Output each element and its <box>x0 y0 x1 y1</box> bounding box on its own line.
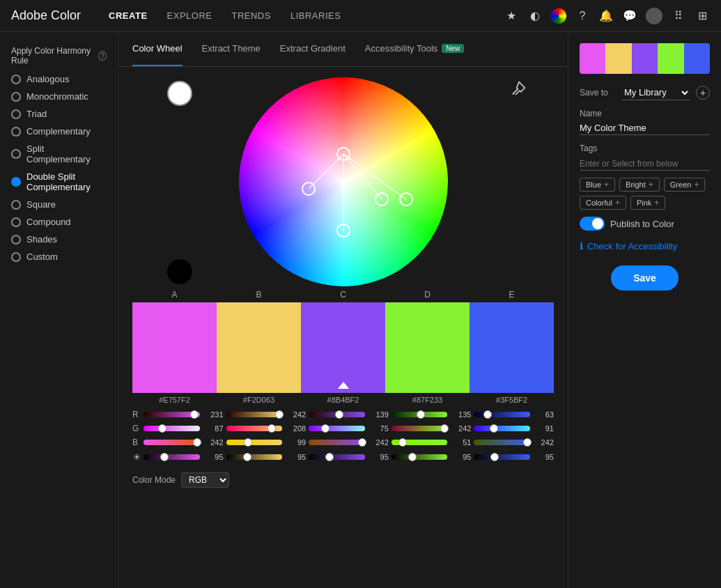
wheel-dot-a[interactable] <box>302 182 316 196</box>
color-icon[interactable] <box>551 8 566 24</box>
save-to-select[interactable]: My Library <box>621 85 690 100</box>
nav-explore[interactable]: EXPLORE <box>167 10 212 21</box>
harmony-square[interactable]: Square <box>11 199 107 210</box>
accessibility-row[interactable]: ℹ Check for Accessibility <box>580 240 710 252</box>
harmony-double-split[interactable]: Double Split Complementary <box>11 171 107 192</box>
slider-thumb-g-d[interactable] <box>440 424 449 433</box>
apps-icon[interactable]: ⊞ <box>695 8 710 24</box>
tab-extract-gradient[interactable]: Extract Gradient <box>280 32 346 66</box>
help-icon[interactable]: ? <box>575 8 590 24</box>
swatches-row <box>132 302 554 393</box>
slider-thumb-g-e[interactable] <box>490 424 498 433</box>
harmony-split-complementary[interactable]: Split Complementary <box>11 144 107 164</box>
save-button[interactable]: Save <box>611 265 679 291</box>
wheel-dot-d[interactable] <box>336 224 350 238</box>
wheel-dot-c[interactable] <box>375 192 389 206</box>
harmony-monochromatic[interactable]: Monochromatic <box>11 91 107 102</box>
slider-b-d[interactable] <box>391 440 448 445</box>
tag-green[interactable]: Green + <box>664 178 706 192</box>
slider-br-d[interactable] <box>391 454 448 460</box>
tags-input[interactable] <box>580 157 710 171</box>
swatch-label-a: A <box>132 290 217 300</box>
wheel-dot-e[interactable] <box>399 192 413 206</box>
slider-thumb-br-c[interactable] <box>325 453 334 461</box>
name-input[interactable] <box>580 121 710 135</box>
slider-br-c[interactable] <box>309 454 365 460</box>
swatch-d[interactable] <box>385 302 470 393</box>
slider-r-a[interactable] <box>144 412 200 417</box>
slider-thumb-g-b[interactable] <box>268 424 276 433</box>
slider-b-a[interactable] <box>144 440 200 445</box>
slider-r-d[interactable] <box>391 412 448 417</box>
wheel-dot-b[interactable] <box>336 147 350 161</box>
slider-thumb-br-d[interactable] <box>408 453 417 461</box>
color-wheel[interactable] <box>239 77 448 286</box>
add-library-button[interactable]: + <box>696 86 710 100</box>
slider-r-b[interactable] <box>226 412 283 417</box>
slider-thumb-r-c[interactable] <box>335 410 343 419</box>
moon-icon[interactable]: ◐ <box>527 8 543 24</box>
tag-pink[interactable]: Pink + <box>630 196 665 210</box>
slider-thumb-g-a[interactable] <box>158 424 166 433</box>
tag-bright[interactable]: Bright + <box>619 178 660 192</box>
slider-thumb-b-c[interactable] <box>358 438 366 447</box>
harmony-help-icon[interactable]: ? <box>98 51 107 61</box>
chat-icon[interactable]: 💬 <box>622 8 637 24</box>
slider-thumb-b-a[interactable] <box>193 438 201 447</box>
g-label: G <box>132 424 141 433</box>
swatch-e[interactable] <box>470 302 554 393</box>
harmony-complementary[interactable]: Complementary <box>11 126 107 137</box>
star-icon[interactable]: ★ <box>504 8 519 24</box>
grid-icon[interactable]: ⠿ <box>671 8 686 24</box>
harmony-triad[interactable]: Triad <box>11 109 107 119</box>
slider-g-d[interactable] <box>391 426 448 431</box>
tab-extract-theme[interactable]: Extract Theme <box>202 32 261 66</box>
swatch-b[interactable] <box>217 302 301 393</box>
tab-color-wheel[interactable]: Color Wheel <box>132 32 183 66</box>
harmony-custom[interactable]: Custom <box>11 252 107 262</box>
harmony-compound[interactable]: Compound <box>11 217 107 227</box>
radio-compound <box>11 217 21 227</box>
white-brightness[interactable] <box>167 81 192 106</box>
eyedropper-tool[interactable] <box>512 81 526 98</box>
avatar[interactable] <box>646 8 662 24</box>
slider-thumb-b-d[interactable] <box>398 438 407 447</box>
slider-g-b[interactable] <box>226 426 283 431</box>
harmony-shades[interactable]: Shades <box>11 234 107 245</box>
slider-g-c[interactable] <box>309 426 365 431</box>
slider-thumb-br-e[interactable] <box>490 453 499 461</box>
black-brightness[interactable] <box>167 259 192 284</box>
swatch-a[interactable] <box>132 302 217 393</box>
slider-thumb-br-a[interactable] <box>160 453 169 461</box>
harmony-analogous[interactable]: Analogous <box>11 74 107 84</box>
slider-g-e[interactable] <box>474 426 530 431</box>
nav-libraries[interactable]: LIBRARIES <box>290 10 341 21</box>
slider-br-a[interactable] <box>144 454 200 460</box>
tag-blue[interactable]: Blue + <box>580 178 615 192</box>
slider-thumb-r-b[interactable] <box>275 410 284 419</box>
slider-thumb-b-b[interactable] <box>244 438 252 447</box>
slider-thumb-br-b[interactable] <box>243 453 251 461</box>
slider-br-b[interactable] <box>226 454 283 460</box>
tab-accessibility[interactable]: Accessibility Tools New <box>365 32 465 66</box>
slider-thumb-r-a[interactable] <box>190 410 199 419</box>
slider-thumb-r-d[interactable] <box>417 410 425 419</box>
val-g-a: 87 <box>204 424 224 433</box>
slider-r-c[interactable] <box>309 412 365 417</box>
publish-toggle[interactable] <box>580 217 605 231</box>
slider-thumb-r-e[interactable] <box>483 410 492 419</box>
bell-icon[interactable]: 🔔 <box>598 8 614 24</box>
tag-colorful[interactable]: Colorful + <box>580 196 626 210</box>
slider-b-c[interactable] <box>309 440 365 445</box>
slider-thumb-b-e[interactable] <box>523 438 532 447</box>
color-mode-select[interactable]: RGB HSB CMYK Lab <box>181 472 229 488</box>
slider-thumb-g-c[interactable] <box>321 424 330 433</box>
nav-create[interactable]: CREATE <box>109 10 147 21</box>
swatch-c[interactable] <box>301 302 385 393</box>
slider-b-b[interactable] <box>226 440 283 445</box>
slider-br-e[interactable] <box>474 454 530 460</box>
slider-r-e[interactable] <box>474 412 530 417</box>
nav-trends[interactable]: TRENDS <box>231 10 270 21</box>
slider-b-e[interactable] <box>474 440 530 445</box>
slider-g-a[interactable] <box>144 426 200 431</box>
